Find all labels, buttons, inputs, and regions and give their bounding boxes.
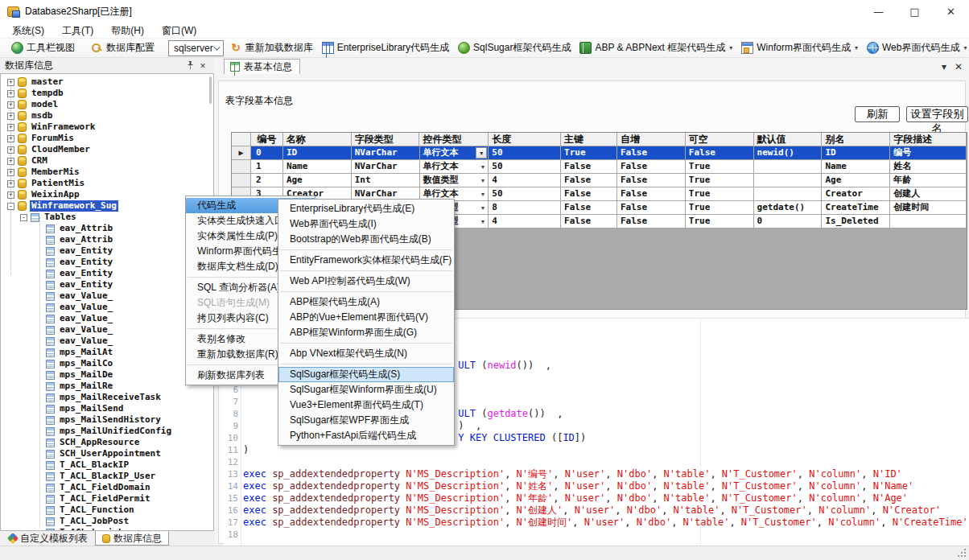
tree-expander-icon[interactable]: -	[7, 203, 14, 210]
submenu-item[interactable]: Web界面代码生成(I)	[278, 216, 454, 232]
tree-item[interactable]: +master	[1, 76, 213, 88]
grid-column-header[interactable]: 名称	[283, 133, 352, 146]
maximize-button[interactable]: □	[897, 0, 933, 23]
grid-cell[interactable]: False	[617, 187, 686, 201]
grid-column-header[interactable]: 控件类型	[419, 133, 489, 146]
menubar-item[interactable]: 系统(S)	[3, 23, 53, 39]
tree-expander-icon[interactable]: +	[7, 113, 14, 120]
tree-item[interactable]: mps_MailCo	[1, 358, 213, 369]
grid-cell[interactable]: 创建人	[890, 187, 967, 201]
tree-item[interactable]: eav_Entity	[1, 279, 213, 290]
grid-column-header[interactable]: 自增	[617, 133, 686, 146]
combo-dropdown-icon[interactable]: ▼	[480, 160, 485, 174]
grid-cell[interactable]: 2	[251, 174, 283, 187]
grid-cell[interactable]: NVarChar	[352, 160, 420, 174]
tree-item[interactable]: +MemberMis	[1, 167, 213, 178]
grid-cell[interactable]: Int	[352, 174, 420, 187]
tree-item[interactable]: +CRM	[1, 155, 213, 167]
grid-cell[interactable]: 姓名	[890, 160, 967, 174]
grid-cell[interactable]: False	[617, 215, 686, 229]
refresh-button[interactable]: 刷新	[855, 106, 900, 122]
grid-column-header[interactable]: 长度	[489, 133, 561, 146]
grid-cell[interactable]: 单行文本▼	[420, 160, 489, 174]
pin-icon[interactable]	[183, 60, 196, 72]
tree-item[interactable]: T_ACL_FieldDomain	[1, 482, 213, 493]
submenu-item[interactable]: EntityFramework实体框架代码生成(F)	[278, 253, 454, 268]
tree-item[interactable]: +PatientMis	[1, 178, 213, 189]
grid-cell[interactable]: CreateTime	[822, 201, 890, 215]
grid-cell[interactable]: True	[686, 174, 754, 187]
grid-cell[interactable]: False	[561, 160, 617, 174]
menubar-item[interactable]: 窗口(W)	[153, 23, 205, 39]
close-button[interactable]: ✕	[933, 0, 969, 23]
grid-cell[interactable]: getdate()	[754, 201, 823, 215]
tree-expander-icon[interactable]: +	[7, 79, 14, 86]
set-alias-button[interactable]: 设置字段别名	[906, 106, 968, 122]
grid-cell[interactable]: False	[617, 146, 686, 160]
grid-column-header[interactable]: 字段类型	[352, 133, 420, 146]
tree-item[interactable]: eav_Entity	[1, 268, 213, 279]
bottom-tab-database[interactable]: 数据库信息	[95, 531, 169, 546]
grid-cell[interactable]: 50	[489, 146, 561, 160]
grid-cell[interactable]: True	[561, 146, 617, 160]
tree-item[interactable]: +CloudMember	[1, 144, 213, 155]
tree-item[interactable]: T_ACL_BlackIP	[1, 459, 213, 471]
tree-scrollbar[interactable]	[209, 76, 212, 104]
grid-cell[interactable]: 单行文本▼	[420, 146, 489, 160]
submenu-item[interactable]: ABP框架Winform界面生成(G)	[278, 325, 454, 340]
tree-expander-icon[interactable]: +	[7, 101, 14, 109]
grid-cell[interactable]	[754, 160, 823, 174]
grid-column-header[interactable]: 默认值	[754, 133, 823, 146]
submenu-item[interactable]: EnterpriseLibrary代码生成(E)	[278, 201, 454, 216]
grid-cell[interactable]: Creator	[822, 187, 890, 201]
tree-item[interactable]: eav_Value_	[1, 302, 213, 313]
grid-column-header[interactable]: 字段描述	[890, 133, 967, 146]
grid-cell[interactable]: Name	[822, 160, 890, 174]
grid-cell[interactable]: True	[686, 187, 754, 201]
menubar-item[interactable]: 帮助(H)	[102, 23, 153, 39]
grid-cell[interactable]: False	[686, 146, 754, 160]
db-config-button[interactable]: 数据库配置	[89, 39, 157, 56]
grid-cell[interactable]: False	[561, 215, 617, 229]
grid-column-header[interactable]: 编号	[251, 133, 283, 146]
grid-column-header[interactable]: 别名	[822, 133, 890, 146]
tree-expander-icon[interactable]: +	[7, 146, 14, 154]
grid-cell[interactable]: False	[617, 160, 686, 174]
winform-codegen-button[interactable]: Winform界面代码生成 ▾	[739, 39, 860, 56]
tree-item[interactable]: T_ACL_JobPost	[1, 516, 213, 527]
combo-dropdown-icon[interactable]: ▼	[476, 147, 487, 159]
dropdown-arrow-icon[interactable]: ▾	[963, 44, 967, 51]
tree-item[interactable]: mps_MailSend	[1, 403, 213, 414]
submenu-item[interactable]: Bootstrap的Web界面代码生成(B)	[278, 232, 454, 247]
tree-item[interactable]: +msdb	[1, 110, 213, 121]
tree-item[interactable]: eav_Value_	[1, 313, 213, 324]
tree-item[interactable]: mps_MailSendHistory	[1, 414, 213, 426]
grid-cell[interactable]: 1	[251, 160, 283, 174]
tree-item[interactable]: mps_MailReceiveTask	[1, 392, 213, 403]
row-selector-cell[interactable]	[232, 174, 251, 187]
grid-cell[interactable]: False	[617, 201, 686, 215]
row-selector-cell[interactable]: ▶	[232, 146, 251, 160]
grid-cell[interactable]: newid()	[754, 146, 823, 160]
tree-item[interactable]: +WinFramework	[1, 121, 213, 133]
grid-cell[interactable]: 50	[489, 187, 561, 201]
combo-dropdown-icon[interactable]: ▼	[480, 201, 485, 215]
grid-cell[interactable]: True	[686, 215, 754, 229]
grid-cell[interactable]	[754, 187, 823, 201]
grid-cell[interactable]: NVarChar	[352, 146, 420, 160]
tree-item[interactable]: +ForumMis	[1, 133, 213, 144]
grid-cell[interactable]: 0	[754, 215, 823, 229]
grid-cell[interactable]: Is_Deleted	[822, 215, 890, 229]
tree-item[interactable]: T_ACL_BlackIP_User	[1, 471, 213, 482]
grid-cell[interactable]: ID	[822, 146, 890, 160]
tree-item[interactable]: mps_MailAt	[1, 347, 213, 358]
grid-cell[interactable]: 4	[489, 215, 561, 229]
submenu-item[interactable]: SqlSugar框架代码生成(S)	[278, 367, 454, 382]
submenu-item[interactable]: Abp VNext框架代码生成(N)	[278, 346, 454, 361]
grid-cell[interactable]: 编号	[890, 146, 967, 160]
tree-item[interactable]: +model	[1, 99, 213, 110]
tree-expander-icon[interactable]: +	[7, 180, 14, 187]
grid-cell[interactable]: 数值类型▼	[420, 174, 489, 187]
grid-cell[interactable]: False	[561, 187, 617, 201]
grid-cell[interactable]	[754, 174, 823, 187]
